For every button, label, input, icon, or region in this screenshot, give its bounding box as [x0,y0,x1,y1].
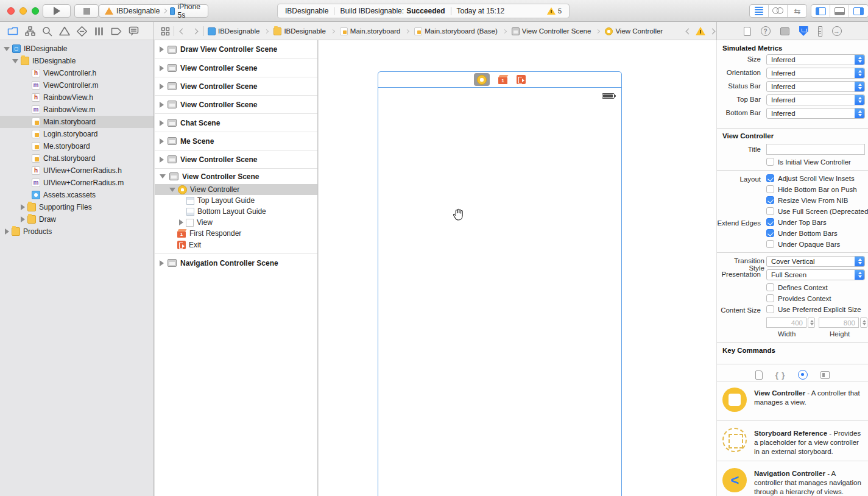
breakpoints-icon[interactable] [111,27,122,35]
dock-view-controller-selected[interactable] [474,73,490,86]
scene-row-expanded[interactable]: View Controller Scene [155,168,317,184]
library-item-view-controller[interactable]: View Controller - A controller that mana… [717,381,868,412]
disclosure-closed-icon[interactable] [21,216,25,222]
identity-inspector-icon[interactable] [780,27,789,35]
disclosure-closed-icon[interactable] [160,65,164,71]
outline-row-view[interactable]: View [155,217,317,228]
forward-button[interactable] [192,28,199,34]
extend-checkbox-row[interactable]: Under Opaque Bars [766,240,840,248]
search-icon[interactable] [42,26,52,37]
extend-checkbox-row[interactable]: Under Bottom Bars [766,229,838,237]
view-controller-view[interactable] [378,87,622,496]
disclosure-closed-icon[interactable] [160,260,164,266]
disclosure-closed-icon[interactable] [160,102,164,108]
disclosure-open-icon[interactable] [12,59,18,63]
version-editor-button[interactable]: ⇆ [788,5,806,17]
project-navigator-icon[interactable] [7,26,18,36]
transition-style-popup[interactable]: Cover Vertical [766,256,865,267]
close-window-button[interactable] [7,7,15,15]
scene-row[interactable]: Me Scene [155,132,317,150]
layout-checkbox-row[interactable]: Hide Bottom Bar on Push [766,185,857,193]
size-inspector-icon[interactable] [818,26,822,37]
back-button[interactable] [180,28,186,34]
checkbox-icon[interactable] [766,185,774,193]
outline-row-bottom-layout-guide[interactable]: Bottom Layout Guide [155,206,317,217]
outline-row-view-controller[interactable]: View Controller [155,184,317,195]
orientation-popup[interactable]: Inferred [766,68,865,79]
checkbox-icon[interactable] [766,283,774,291]
standard-editor-button[interactable] [750,5,769,17]
checkbox-icon[interactable] [766,207,774,215]
file-row[interactable]: m UIView+CornerRadius.m [0,177,153,189]
scene-row[interactable]: Navigation Controller Scene [155,253,317,272]
height-field[interactable]: 800 [819,317,859,328]
breadcrumb-project[interactable]: IBDesignable [208,27,259,35]
object-library-icon[interactable] [798,370,808,380]
status-warning-badge[interactable]: 5 [547,7,562,15]
file-inspector-icon[interactable] [744,27,751,36]
minimize-window-button[interactable] [19,7,27,15]
disclosure-closed-icon[interactable] [160,138,164,144]
toggle-navigator-button[interactable] [811,5,830,17]
file-row[interactable]: h UIView+CornerRadius.h [0,165,153,177]
storyboard-canvas[interactable]: 1 [319,40,716,496]
disclosure-open-icon[interactable] [169,188,175,192]
outline-row-first-responder[interactable]: 1 First Responder [155,228,317,239]
disclosure-closed-icon[interactable] [21,204,25,210]
checkbox-icon[interactable] [766,240,774,248]
file-row[interactable]: m ViewController.m [0,79,153,91]
code-snippet-icon[interactable]: { } [775,370,786,380]
presentation-popup[interactable]: Full Screen [766,269,865,280]
width-field[interactable]: 400 [766,317,806,328]
scene-row[interactable]: View Controller Scene [155,77,317,95]
breadcrumb-view-controller[interactable]: View Controller [605,27,663,35]
reports-icon[interactable] [129,26,139,36]
next-issue-button[interactable] [710,28,716,34]
disclosure-open-icon[interactable] [160,174,166,179]
top-bar-popup[interactable]: Inferred [766,94,865,105]
outline-row-top-layout-guide[interactable]: Top Layout Guide [155,195,317,206]
file-template-icon[interactable] [755,370,763,380]
width-stepper[interactable] [808,317,815,328]
toggle-debug-area-button[interactable] [830,5,849,17]
library-item-navigation-controller[interactable]: < Navigation Controller - A controller t… [717,462,868,496]
breadcrumb-scene[interactable]: View Controller Scene [512,27,591,35]
checkbox-checked-icon[interactable] [766,196,774,204]
breadcrumb-storyboard[interactable]: Main.storyboard [340,27,400,35]
scene-row[interactable]: Draw View Controller Scene [155,40,317,58]
extend-checkbox-row[interactable]: Under Top Bars [766,218,827,226]
library-item-storyboard-reference[interactable]: Storyboard Reference - Provides a placeh… [717,422,868,456]
file-row-group[interactable]: IBDesignable [0,55,153,67]
file-row[interactable]: Login.storyboard [0,128,153,140]
disclosure-closed-icon[interactable] [5,229,9,235]
checkbox-icon[interactable] [766,305,774,313]
outline-row-exit[interactable]: Exit [155,239,317,251]
status-bar-popup[interactable]: Inferred [766,81,865,92]
file-row-selected[interactable]: Main.storyboard [0,116,153,128]
zoom-window-button[interactable] [32,7,39,15]
scene-row[interactable]: View Controller Scene [155,95,317,113]
checkbox-checked-icon[interactable] [766,218,774,226]
tests-icon[interactable] [77,26,87,37]
title-field[interactable] [766,144,865,155]
attributes-inspector-icon[interactable] [799,26,808,36]
layout-checkbox-row[interactable]: Adjust Scroll View Insets [766,174,855,182]
breadcrumb-group[interactable]: IBDesignable [273,27,325,35]
file-row-folder[interactable]: Products [0,225,153,238]
first-responder-icon[interactable]: 1 [498,75,508,85]
preferred-size-row[interactable]: Use Preferred Explicit Size [766,305,861,313]
disclosure-open-icon[interactable] [4,47,10,51]
file-row[interactable]: Assets.xcassets [0,189,153,201]
issues-icon[interactable] [59,26,70,36]
disclosure-closed-icon[interactable] [179,219,183,225]
layout-checkbox-row[interactable]: Use Full Screen (Deprecated) [766,207,868,215]
disclosure-closed-icon[interactable] [160,46,164,52]
size-popup[interactable]: Inferred [766,54,865,65]
file-row[interactable]: h RainbowView.h [0,91,153,104]
provides-context-row[interactable]: Provides Context [766,294,831,302]
checkbox-icon[interactable] [766,294,774,302]
scene-row[interactable]: View Controller Scene [155,58,317,77]
bottom-bar-popup[interactable]: Inferred [766,108,865,119]
file-row[interactable]: Me.storyboard [0,140,153,152]
related-items-icon[interactable] [161,27,170,36]
